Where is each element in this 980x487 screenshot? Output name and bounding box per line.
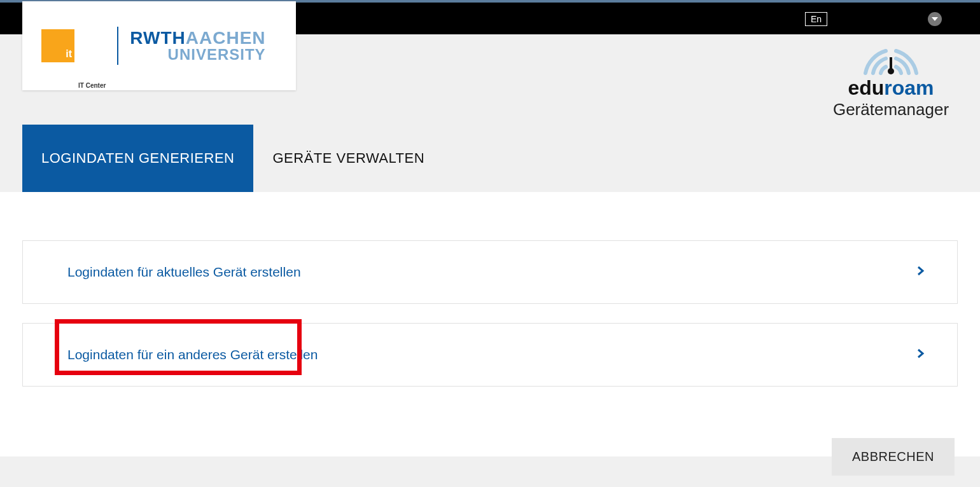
- it-center-label: IT Center: [78, 82, 106, 89]
- cancel-button[interactable]: ABBRECHEN: [832, 438, 955, 476]
- tab-bar: LOGINDATEN GENERIEREN GERÄTE VERWALTEN: [22, 125, 444, 192]
- it-center-square-icon: it: [41, 29, 74, 62]
- eduroam-edu-text: edu: [848, 76, 884, 99]
- chevron-down-icon: [932, 16, 938, 22]
- rwth-text-light: AACHEN: [186, 28, 266, 48]
- eduroam-roam-text: roam: [884, 76, 934, 99]
- tab-manage-devices[interactable]: GERÄTE VERWALTEN: [253, 125, 444, 192]
- eduroam-wifi-icon: [827, 38, 955, 76]
- tab-generate-login[interactable]: LOGINDATEN GENERIEREN: [22, 125, 253, 192]
- svg-rect-2: [890, 57, 892, 71]
- eduroam-branding: eduroam Gerätemanager: [827, 38, 955, 120]
- rwth-text-dark: RWTH: [130, 28, 185, 48]
- language-toggle[interactable]: En: [805, 12, 827, 26]
- app-subtitle: Gerätemanager: [827, 100, 955, 120]
- svg-marker-0: [932, 17, 938, 21]
- content-area: Logindaten für aktuelles Gerät erstellen…: [0, 192, 980, 456]
- chevron-right-icon: [915, 266, 925, 278]
- chevron-right-icon: [915, 348, 925, 361]
- option-current-device-label: Logindaten für aktuelles Gerät erstellen: [67, 264, 301, 280]
- option-current-device[interactable]: Logindaten für aktuelles Gerät erstellen: [22, 240, 958, 304]
- institution-logo-card: it IT Center RWTHAACHEN UNIVERSITY: [22, 1, 296, 90]
- option-other-device[interactable]: Logindaten für ein anderes Gerät erstell…: [22, 323, 958, 387]
- user-menu-dropdown[interactable]: [928, 12, 942, 26]
- logo-divider: [117, 27, 118, 65]
- option-other-device-label: Logindaten für ein anderes Gerät erstell…: [67, 347, 318, 362]
- rwth-logo-text: RWTHAACHEN UNIVERSITY: [130, 29, 265, 62]
- rwth-university-text: UNIVERSITY: [130, 47, 265, 62]
